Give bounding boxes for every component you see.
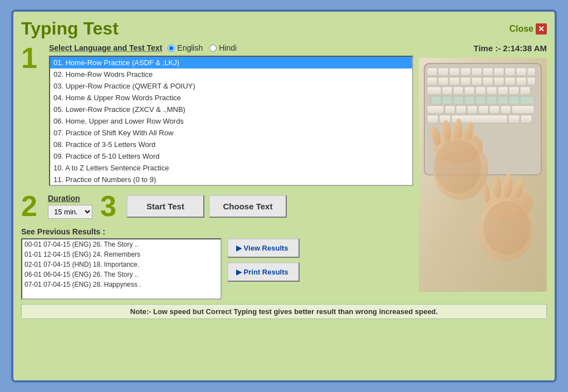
svg-rect-31 [431, 96, 441, 104]
test-list[interactable]: 01. Home-Row Practice (ASDF & ;LKJ)02. H… [50, 57, 412, 185]
results-buttons: ▶ View Results ▶ Print Results [227, 238, 300, 282]
svg-rect-6 [472, 68, 482, 76]
step-3-number: 3 [100, 192, 116, 220]
test-list-item[interactable]: 02. Home-Row Wodrs Practice [50, 68, 412, 80]
svg-rect-4 [449, 68, 459, 76]
test-list-item[interactable]: 07. Practice of Shift Key With All Row [50, 127, 412, 139]
hindi-radio[interactable]: Hindi [209, 43, 237, 52]
svg-rect-18 [494, 77, 504, 85]
svg-rect-33 [453, 96, 463, 104]
svg-rect-39 [520, 96, 534, 104]
svg-rect-36 [487, 96, 497, 104]
result-list-item: 07-01 07-04-15 (ENG) 28. Happyness . [22, 280, 221, 290]
app-title: Typing Test [21, 18, 119, 39]
svg-rect-22 [427, 87, 441, 95]
svg-rect-40 [427, 106, 444, 114]
results-section: See Previous Results : 00-01 07-04-15 (E… [21, 227, 413, 300]
svg-rect-47 [512, 106, 534, 114]
svg-rect-30 [520, 87, 530, 95]
test-list-item[interactable]: 06. Home, Upper and Lower Row Words [50, 115, 412, 127]
svg-rect-37 [498, 96, 508, 104]
section-1-content: Select Language and Test Text English Hi… [49, 43, 413, 186]
main-window: Typing Test Close ✕ 1 Select Language an… [11, 9, 557, 383]
close-label: Close [509, 24, 533, 34]
results-bottom-row: 00-01 07-04-15 (ENG) 26. The Story ..01-… [21, 238, 413, 300]
test-list-item[interactable]: 08. Practice of 3-5 Letters Word [50, 139, 412, 150]
svg-rect-19 [505, 77, 515, 85]
close-icon: ✕ [536, 23, 547, 35]
test-list-item[interactable]: 01. Home-Row Practice (ASDF & ;LKJ) [50, 57, 412, 68]
english-radio[interactable]: English [168, 43, 203, 52]
svg-rect-23 [442, 87, 452, 95]
svg-rect-42 [456, 106, 466, 114]
svg-rect-38 [509, 96, 519, 104]
svg-rect-35 [476, 96, 486, 104]
step-2-number: 2 [21, 192, 43, 220]
time-display: Time :- 2:14:38 AM [473, 43, 547, 53]
svg-rect-17 [483, 77, 493, 85]
test-list-container: 01. Home-Row Practice (ASDF & ;LKJ)02. H… [49, 56, 413, 186]
keyboard-image [419, 58, 547, 292]
section-2: Duration 5 min.10 min.15 min.20 min.30 m… [48, 194, 92, 219]
svg-rect-44 [478, 106, 488, 114]
svg-rect-7 [483, 68, 493, 76]
svg-rect-41 [445, 106, 455, 114]
header-row: Typing Test Close ✕ [21, 18, 547, 39]
svg-rect-32 [442, 96, 452, 104]
left-panel: 1 Select Language and Test Text English … [21, 43, 413, 300]
test-list-item[interactable]: 04. Home & Upper Row Words Practice [50, 92, 412, 104]
results-list: 00-01 07-04-15 (ENG) 26. The Story ..01-… [22, 239, 221, 290]
svg-rect-16 [472, 77, 482, 85]
svg-rect-34 [464, 96, 474, 104]
svg-rect-51 [508, 115, 520, 123]
svg-rect-25 [464, 87, 474, 95]
svg-rect-9 [505, 68, 515, 76]
lang-row: Select Language and Test Text English Hi… [49, 43, 413, 52]
svg-rect-10 [516, 68, 526, 76]
close-button[interactable]: Close ✕ [509, 23, 547, 35]
svg-rect-5 [461, 68, 471, 76]
result-list-item: 02-01 07-04-15 (HND) 18. Importance. [22, 259, 221, 270]
svg-point-67 [434, 140, 481, 193]
svg-rect-28 [498, 87, 508, 95]
english-label: English [177, 43, 203, 52]
result-list-item: 00-01 07-04-15 (ENG) 26. The Story .. [22, 239, 221, 249]
print-results-button[interactable]: ▶ Print Results [227, 262, 300, 282]
result-list-item: 06-01 06-04-15 (ENG) 26. The Story .. [22, 270, 221, 280]
view-results-button[interactable]: ▶ View Results [227, 238, 300, 258]
language-radio-group: English Hindi [168, 43, 237, 52]
results-list-container: 00-01 07-04-15 (ENG) 26. The Story ..01-… [21, 238, 222, 300]
right-column: Time :- 2:14:38 AM [419, 43, 547, 300]
duration-select[interactable]: 5 min.10 min.15 min.20 min.30 min. [48, 205, 92, 219]
section-1: 1 Select Language and Test Text English … [21, 43, 413, 186]
svg-rect-24 [453, 87, 463, 95]
choose-text-button[interactable]: Choose Text [209, 195, 287, 218]
svg-rect-3 [438, 68, 448, 76]
svg-rect-14 [449, 77, 459, 85]
section-1-label: Select Language and Test Text [49, 43, 162, 52]
duration-label: Duration [48, 194, 80, 203]
test-list-item[interactable]: 03. Upper-Row Practice (QWERT & POIUY) [50, 80, 412, 92]
svg-rect-21 [527, 77, 535, 85]
main-content: 1 Select Language and Test Text English … [21, 43, 547, 300]
test-list-item[interactable]: 11. Practice of Numbers (0 to 9) [50, 174, 412, 185]
action-buttons: Start Test Choose Text [126, 195, 287, 218]
hindi-label: Hindi [219, 43, 237, 52]
test-list-item[interactable]: 09. Practice of 5-10 Letters Word [50, 150, 412, 162]
svg-rect-8 [494, 68, 504, 76]
svg-rect-12 [427, 77, 437, 85]
section-2-3-row: 2 Duration 5 min.10 min.15 min.20 min.30… [21, 192, 413, 220]
svg-rect-52 [521, 115, 532, 123]
test-list-item[interactable]: 10. A to Z Letters Sentence Practice [50, 162, 412, 174]
svg-rect-2 [427, 68, 437, 76]
test-list-item[interactable]: 05. Lower-Row Practice (ZXCV & .,MNB) [50, 104, 412, 115]
svg-point-68 [483, 201, 530, 254]
start-test-button[interactable]: Start Test [126, 195, 204, 218]
results-label: See Previous Results : [21, 227, 413, 236]
step-1-number: 1 [21, 43, 43, 72]
svg-rect-13 [438, 77, 448, 85]
footer-note: Note:- Low speed but Correct Typing test… [21, 304, 547, 319]
svg-rect-15 [461, 77, 471, 85]
result-list-item: 01-01 12-04-15 (ENG) 24. Remembers [22, 249, 221, 259]
svg-rect-43 [467, 106, 477, 114]
